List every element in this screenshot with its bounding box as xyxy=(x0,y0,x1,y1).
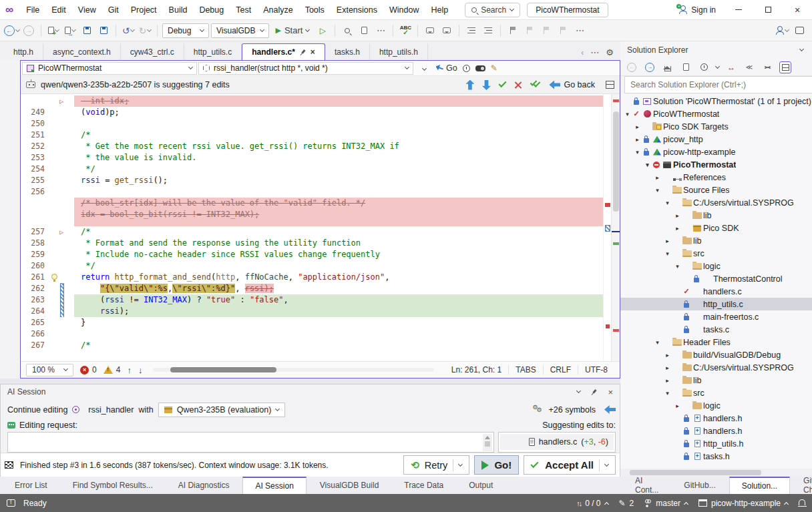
feedback-button[interactable] xyxy=(793,23,808,39)
se-back-icon[interactable]: ← xyxy=(626,61,638,73)
code-line-257[interactable]: 257/* xyxy=(21,226,603,238)
menu-analyze[interactable]: Analyze xyxy=(257,3,298,17)
menu-window[interactable]: Window xyxy=(383,3,425,17)
tab-list-button[interactable]: ⋯ xyxy=(590,47,599,57)
code-line-250[interactable]: 250 xyxy=(21,118,603,130)
collapse-chevron-icon[interactable] xyxy=(422,65,427,70)
home-icon[interactable] xyxy=(662,61,674,73)
tree-item-main-freertos.c[interactable]: main-freertos.c xyxy=(620,310,812,323)
accept-all-button[interactable]: Accept All xyxy=(524,455,616,475)
tab-scroll-left-icon[interactable]: ‹ xyxy=(581,48,584,57)
tree-item-handlers.h[interactable]: handlers.h xyxy=(620,425,812,437)
reject-edit-button[interactable] xyxy=(514,81,522,89)
collapsed-arrow-icon[interactable]: ▸ xyxy=(663,352,672,358)
tab-close-icon[interactable]: × xyxy=(311,47,315,57)
editor-tab-cyw43_ctrl.c[interactable]: cyw43_ctrl.c xyxy=(121,43,184,60)
panel-tab-error-list[interactable]: Error List xyxy=(3,477,59,494)
minimize-button[interactable] xyxy=(724,0,753,19)
menu-help[interactable]: Help xyxy=(425,3,454,17)
menu-build[interactable]: Build xyxy=(163,3,194,17)
tree-item-CUsersvirtual.SYSPROG[interactable]: ▾C:/Users/virtual.SYSPROG xyxy=(620,196,812,209)
menu-extensions[interactable]: Extensions xyxy=(331,3,383,17)
tree-item-CUsersvirtual.SYSPROG[interactable]: ▸C:/Users/virtual.SYSPROG xyxy=(620,361,812,374)
tree-item-http_utils.c[interactable]: http_utils.c xyxy=(620,298,812,310)
panel-tab-visualgdb-build[interactable]: VisualGDB Build xyxy=(308,477,391,494)
editor-horizontal-scrollbar[interactable] xyxy=(153,366,433,373)
editor-vertical-scrollbar[interactable] xyxy=(611,94,620,361)
pencil-icon[interactable]: ✎ xyxy=(491,63,497,73)
tree-item-buildVisualGDBDebug[interactable]: ▸build/VisualGDB/Debug xyxy=(620,348,812,361)
pending-changes-filter-icon[interactable] xyxy=(698,61,710,73)
tree-item-SolutionPicoWThermostat1of1pro[interactable]: Solution 'PicoWThermostat' (1 of 1 proje… xyxy=(620,95,812,107)
sync-status[interactable]: ↑↓ 0 / 0 xyxy=(576,499,608,508)
code-line-266[interactable]: 266 xyxy=(21,328,603,340)
collapsed-arrow-icon[interactable]: ▸ xyxy=(633,136,642,143)
toolbar-overflow-button[interactable]: ⋯ xyxy=(373,23,388,39)
tool-tab-git-cha---[interactable]: Git Cha... xyxy=(791,477,812,494)
start-debugging-button[interactable]: ▶Start xyxy=(271,23,313,39)
code-line-258[interactable]: 258 * Format and send the response using… xyxy=(21,238,603,249)
accept-all-edits-button[interactable] xyxy=(530,81,541,89)
code-line-256[interactable]: 256 xyxy=(21,186,603,198)
model-dropdown[interactable]: Qwen3-235B (evaluation) xyxy=(158,403,286,417)
tree-item-handlers.c[interactable]: ✓handlers.c xyxy=(620,285,812,298)
comment-button[interactable] xyxy=(423,23,437,39)
ai-back-arrow-icon[interactable] xyxy=(604,405,616,414)
close-button[interactable]: × xyxy=(783,0,812,19)
expanded-arrow-icon[interactable]: ▾ xyxy=(673,263,682,270)
tool-tab-ai-cont---[interactable]: AI Cont... xyxy=(623,477,670,494)
code-line-263[interactable]: 263 (rssi != INT32_MAX) ? "true" : "fals… xyxy=(21,294,603,306)
tree-item-tasks.c[interactable]: tasks.c xyxy=(620,323,812,336)
collapsed-arrow-icon[interactable]: ▸ xyxy=(673,212,682,219)
tree-item-PicoWThermostat[interactable]: ▾✓PicoWThermostat xyxy=(620,107,812,120)
tree-item-http_utils.h[interactable]: http_utils.h xyxy=(620,437,812,450)
expanded-arrow-icon[interactable]: ▾ xyxy=(623,111,632,117)
suggested-file-row[interactable]: handlers.c (+3, -6) xyxy=(500,434,614,450)
solution-name-badge[interactable]: PicoWThermostat xyxy=(527,3,608,17)
go-button[interactable]: Go xyxy=(435,63,457,73)
collapsed-arrow-icon[interactable]: ▸ xyxy=(673,403,682,409)
next-edit-button[interactable] xyxy=(482,80,491,90)
code-line-267[interactable]: 267/* xyxy=(21,340,603,351)
accept-edit-button[interactable] xyxy=(499,79,507,87)
previous-bookmark-button[interactable] xyxy=(522,23,537,39)
code-line-259[interactable]: 259 * Include no-cache header since RSSI… xyxy=(21,249,603,260)
tree-item-logic[interactable]: ▾logic xyxy=(620,260,812,272)
symbols-count[interactable]: +26 symbols xyxy=(548,405,596,415)
tree-item-PicoThermostat[interactable]: ▾PicoThermostat xyxy=(620,158,812,171)
panel-close-icon[interactable]: × xyxy=(608,387,613,397)
restore-button[interactable] xyxy=(753,0,783,19)
notifications-bell-icon[interactable] xyxy=(799,499,805,505)
uncomment-button[interactable] xyxy=(439,23,454,39)
editor-tab-async_context.h[interactable]: async_context.h xyxy=(43,43,121,60)
expanded-arrow-icon[interactable]: ▾ xyxy=(633,149,642,156)
collapsed-arrow-icon[interactable]: ▸ xyxy=(673,225,682,232)
tree-item-tasks.h[interactable]: tasks.h xyxy=(620,450,812,463)
tree-item-References[interactable]: ▸References xyxy=(620,171,812,184)
tree-item-ThermostatControl[interactable]: ThermostatControl xyxy=(620,272,812,285)
git-repository[interactable]: picow-http-example xyxy=(698,499,788,508)
tool-tab-solution---[interactable]: Solution... xyxy=(729,477,790,494)
go-execute-button[interactable]: Go! xyxy=(474,455,519,475)
panel-tab-ai-diagnostics[interactable]: AI Diagnostics xyxy=(166,477,242,494)
split-editor-icon[interactable] xyxy=(606,81,614,89)
code-line-261[interactable]: 261return http_format_and_send(http, ffN… xyxy=(21,272,603,283)
tree-item-picow_http[interactable]: ▸picow_http xyxy=(620,133,812,146)
tree-item-SourceFiles[interactable]: ▾Source Files xyxy=(620,184,812,196)
collapsed-arrow-icon[interactable]: ▸ xyxy=(663,377,672,384)
expanded-arrow-icon[interactable]: ▾ xyxy=(663,250,672,257)
tool-tab-github---[interactable]: GitHub... xyxy=(672,477,727,494)
code-line-249[interactable]: 249(void)p; xyxy=(21,107,603,118)
code-line-255[interactable]: 255rssi = get_rssi(); xyxy=(21,175,603,186)
tree-item-HeaderFiles[interactable]: ▾Header Files xyxy=(620,336,812,348)
sync-with-active-document-icon[interactable]: ↔ xyxy=(725,61,737,73)
tree-item-handlers.h[interactable]: handlers.h xyxy=(620,412,812,425)
panel-pin-icon[interactable] xyxy=(590,388,599,397)
open-file-button[interactable] xyxy=(63,23,77,39)
solution-explorer-sync-button[interactable] xyxy=(357,23,371,39)
input-scroll-control[interactable] xyxy=(483,434,492,451)
global-search-box[interactable]: Search xyxy=(465,3,520,17)
spell-check-button[interactable]: ABC✓ xyxy=(398,23,413,39)
preview-selected-items-icon[interactable] xyxy=(779,61,791,73)
previous-edit-button[interactable] xyxy=(465,80,474,90)
